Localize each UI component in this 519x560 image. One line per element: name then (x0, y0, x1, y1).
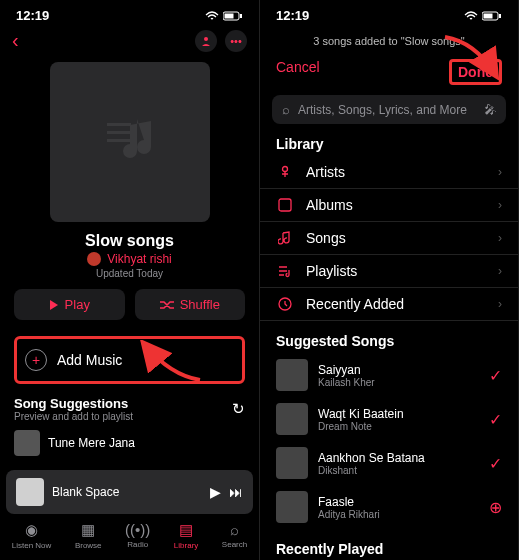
dictation-icon[interactable]: 🎤︎ (484, 103, 496, 117)
albums-icon (276, 198, 294, 212)
person-icon (200, 35, 212, 47)
song-text: SaiyyanKailash Kher (318, 363, 479, 388)
svg-rect-6 (107, 139, 131, 142)
library-row-label: Artists (306, 164, 486, 180)
more-button[interactable]: ••• (225, 30, 247, 52)
svg-rect-4 (107, 123, 131, 126)
suggested-section-label: Suggested Songs (260, 321, 518, 353)
radio-icon: ((•)) (125, 521, 150, 538)
add-circle-icon[interactable]: ⊕ (489, 498, 502, 517)
battery-icon (223, 11, 243, 21)
back-button[interactable]: ‹ (12, 29, 19, 52)
battery-icon (482, 11, 502, 21)
library-row-albums[interactable]: Albums› (260, 189, 518, 222)
ellipsis-icon: ••• (230, 35, 242, 47)
song-artwork (276, 447, 308, 479)
tab-listen-now[interactable]: ◉ Listen Now (12, 521, 52, 550)
modal-header: Cancel Done (260, 53, 518, 95)
status-time: 12:19 (16, 8, 49, 23)
checkmark-icon: ✓ (489, 454, 502, 473)
chevron-right-icon: › (498, 165, 502, 179)
library-row-artists[interactable]: Artists› (260, 156, 518, 189)
library-row-songs[interactable]: Songs› (260, 222, 518, 255)
suggested-song-row[interactable]: FaasleAditya Rikhari⊕ (260, 485, 518, 529)
search-input[interactable]: ⌕ Artists, Songs, Lyrics, and More 🎤︎ (272, 95, 506, 124)
library-row-label: Albums (306, 197, 486, 213)
shuffle-icon (160, 300, 174, 310)
playlist-author-row[interactable]: Vikhyat rishi (0, 252, 259, 266)
add-music-label: Add Music (57, 352, 122, 368)
add-music-button[interactable]: + Add Music (14, 336, 245, 384)
songs-icon (276, 231, 294, 245)
library-icon: ▤ (179, 521, 193, 539)
play-icon (49, 300, 59, 310)
shuffle-button[interactable]: Shuffle (135, 289, 246, 320)
suggested-song-row[interactable]: SaiyyanKailash Kher✓ (260, 353, 518, 397)
song-title: Waqt Ki Baatein (318, 407, 479, 421)
artists-icon (276, 165, 294, 179)
suggestions-subtitle: Preview and add to playlist (14, 411, 133, 422)
music-note-icon (95, 107, 165, 177)
song-artist: Dikshant (318, 465, 479, 476)
recent-icon (276, 297, 294, 311)
playlist-title: Slow songs (0, 232, 259, 250)
playlist-artwork (0, 62, 259, 222)
now-playing-artwork (16, 478, 44, 506)
song-text: Waqt Ki BaateinDream Note (318, 407, 479, 432)
suggestion-title: Tune Mere Jana (48, 436, 135, 450)
now-playing-bar[interactable]: Blank Space ▶ ⏭ (6, 470, 253, 514)
suggestion-item[interactable]: Tune Mere Jana (14, 430, 245, 456)
library-row-label: Recently Added (306, 296, 486, 312)
chevron-right-icon: › (498, 231, 502, 245)
checkmark-icon: ✓ (489, 410, 502, 429)
chevron-right-icon: › (498, 297, 502, 311)
tab-bar: ◉ Listen Now ▦ Browse ((•)) Radio ▤ Libr… (0, 515, 259, 560)
svg-rect-8 (484, 13, 493, 18)
collaborate-button[interactable] (195, 30, 217, 52)
search-icon: ⌕ (230, 521, 239, 538)
song-suggestions-header: Song Suggestions Preview and add to play… (14, 396, 245, 422)
tab-search[interactable]: ⌕ Search (222, 521, 247, 550)
tab-browse[interactable]: ▦ Browse (75, 521, 102, 550)
song-artist: Kailash Kher (318, 377, 479, 388)
header-actions: ••• (195, 30, 247, 52)
play-button[interactable]: Play (14, 289, 125, 320)
library-row-playlists[interactable]: Playlists› (260, 255, 518, 288)
song-artist: Aditya Rikhari (318, 509, 479, 520)
refresh-button[interactable]: ↻ (232, 400, 245, 418)
play-pause-icon[interactable]: ▶ (210, 484, 221, 500)
phone-left-playlist: 12:19 ‹ ••• Slow songs Vi (0, 0, 259, 560)
cancel-button[interactable]: Cancel (276, 59, 320, 85)
library-row-label: Songs (306, 230, 486, 246)
avatar (87, 252, 101, 266)
done-button[interactable]: Done (449, 59, 502, 85)
tab-radio[interactable]: ((•)) Radio (125, 521, 150, 550)
svg-point-10 (283, 167, 288, 172)
status-bar: 12:19 (260, 0, 518, 25)
chevron-right-icon: › (498, 198, 502, 212)
wifi-icon (205, 11, 219, 21)
library-row-label: Playlists (306, 263, 486, 279)
song-artwork (276, 491, 308, 523)
toast-message: 3 songs added to "Slow songs" (260, 35, 518, 47)
search-icon: ⌕ (282, 102, 290, 117)
nav-header: ‹ ••• (0, 25, 259, 56)
suggested-song-row[interactable]: Waqt Ki BaateinDream Note✓ (260, 397, 518, 441)
tab-library[interactable]: ▤ Library (174, 521, 198, 550)
song-text: FaasleAditya Rikhari (318, 495, 479, 520)
suggested-song-row[interactable]: Aankhon Se BatanaDikshant✓ (260, 441, 518, 485)
library-section-label: Library (260, 124, 518, 156)
forward-icon[interactable]: ⏭ (229, 484, 243, 500)
now-playing-title: Blank Space (52, 485, 202, 499)
song-artwork (276, 403, 308, 435)
grid-icon: ▦ (81, 521, 95, 539)
suggestions-title: Song Suggestions (14, 396, 133, 411)
svg-rect-11 (279, 199, 291, 211)
svg-point-3 (204, 37, 208, 41)
status-icons (464, 11, 502, 21)
song-artwork (276, 359, 308, 391)
search-placeholder: Artists, Songs, Lyrics, and More (298, 103, 476, 117)
phone-right-add-music: 12:19 3 songs added to "Slow songs" Canc… (259, 0, 518, 560)
library-row-recent[interactable]: Recently Added› (260, 288, 518, 321)
status-icons (205, 11, 243, 21)
